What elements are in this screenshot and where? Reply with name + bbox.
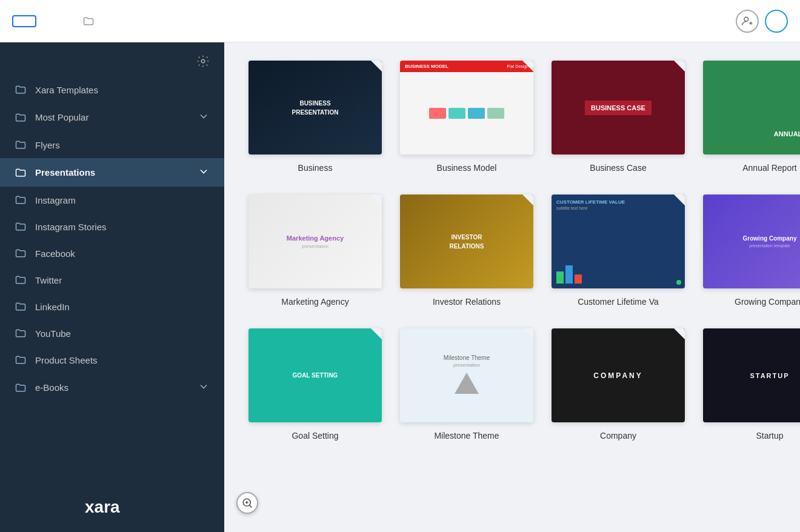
- template-card-business-model[interactable]: BUSINESS MODEL Flat Design Business Mode…: [400, 61, 533, 173]
- xara-logo: xara: [82, 496, 142, 517]
- chevron-down-icon: [198, 165, 210, 179]
- sidebar-item-presentations[interactable]: Presentations: [0, 158, 224, 187]
- template-label: Growing Company: [735, 297, 800, 307]
- template-thumbnail: ▦ ANNUAL REPORT: [703, 61, 800, 155]
- template-thumbnail: GOAL SETTING: [248, 328, 382, 422]
- template-thumbnail: BUSINESS MODEL Flat Design: [400, 61, 533, 155]
- template-card-goal-setting[interactable]: GOAL SETTING Goal Setting: [248, 328, 382, 441]
- sidebar-item-label: Flyers: [35, 140, 60, 150]
- sidebar-items: Xara Templates Most Popular Flyers Prese…: [0, 76, 224, 402]
- main-layout: Xara Templates Most Popular Flyers Prese…: [0, 42, 800, 532]
- templates-grid: BUSINESSPRESENTATION Business BUSINESS M…: [248, 61, 776, 441]
- template-card-marketing-agency[interactable]: Marketing Agency presentation Marketing …: [248, 195, 382, 307]
- tab-templates[interactable]: [12, 15, 36, 27]
- tab-your-files[interactable]: [42, 16, 64, 26]
- sidebar-item-instagram[interactable]: Instagram: [0, 187, 224, 213]
- svg-line-8: [249, 505, 252, 507]
- template-card-investor-relations[interactable]: INVESTORRELATIONS Investor Relations: [400, 195, 533, 307]
- folder-icon: [15, 247, 27, 259]
- sidebar-item-label: Twitter: [35, 275, 62, 285]
- template-card-milestone[interactable]: Milestone Theme presentation Milestone T…: [400, 328, 533, 441]
- zoom-button[interactable]: [236, 492, 258, 514]
- sidebar-item-label: e-Books: [35, 382, 68, 393]
- template-label: Goal Setting: [292, 431, 338, 441]
- sidebar-item-product-sheets[interactable]: Product Sheets: [0, 347, 224, 373]
- template-card-startup[interactable]: STARTUP Startup: [703, 328, 800, 441]
- template-card-customer-lifetime[interactable]: CUSTOMER LIFETIME VALUE subtitle text he…: [552, 195, 685, 307]
- folder-icon: [15, 221, 27, 233]
- svg-point-0: [744, 17, 748, 21]
- breadcrumb: [82, 15, 99, 27]
- sidebar: Xara Templates Most Popular Flyers Prese…: [0, 42, 224, 532]
- template-label: Company: [600, 431, 636, 441]
- template-thumbnail: Growing Company presentation template: [703, 195, 800, 288]
- template-label: Business: [298, 163, 333, 173]
- template-label: Milestone Theme: [434, 431, 499, 441]
- settings-gear-icon[interactable]: [196, 55, 210, 70]
- sidebar-item-label: Xara Templates: [35, 85, 98, 95]
- folder-icon: [15, 354, 27, 366]
- template-card-business-case[interactable]: BUSINESS CASE Business Case: [552, 61, 685, 173]
- sidebar-item-label: Presentations: [35, 167, 95, 178]
- sidebar-item-label: YouTube: [35, 328, 71, 339]
- sidebar-item-facebook[interactable]: Facebook: [0, 240, 224, 267]
- content-area: BUSINESSPRESENTATION Business BUSINESS M…: [224, 42, 800, 532]
- folder-icon: [15, 139, 27, 151]
- sidebar-item-flyers[interactable]: Flyers: [0, 131, 224, 158]
- sidebar-item-linkedin[interactable]: LinkedIn: [0, 293, 224, 320]
- header: [0, 0, 800, 42]
- template-thumbnail: Marketing Agency presentation: [248, 195, 382, 288]
- template-label: Annual Report: [742, 163, 797, 173]
- chevron-down-icon: [198, 110, 210, 124]
- template-card-company[interactable]: COMPANY Company: [552, 328, 685, 441]
- template-card-growing-company[interactable]: Growing Company presentation template Gr…: [703, 195, 800, 307]
- sidebar-item-label: LinkedIn: [35, 302, 70, 312]
- chevron-down-icon: [198, 381, 210, 394]
- sidebar-company: [0, 42, 224, 76]
- folder-icon: [15, 274, 27, 286]
- sidebar-item-twitter[interactable]: Twitter: [0, 267, 224, 293]
- sidebar-item-xara-templates[interactable]: Xara Templates: [0, 76, 224, 103]
- template-thumbnail: CUSTOMER LIFETIME VALUE subtitle text he…: [552, 195, 685, 288]
- template-thumbnail: Milestone Theme presentation: [400, 328, 533, 422]
- template-label: Marketing Agency: [281, 297, 348, 307]
- sidebar-item-label: Facebook: [35, 248, 75, 259]
- sidebar-item-label: Instagram Stories: [35, 222, 107, 232]
- svg-text:xara: xara: [85, 497, 120, 516]
- sidebar-item-label: Product Sheets: [35, 355, 98, 365]
- user-avatar-button[interactable]: [765, 10, 788, 33]
- folder-icon: [15, 194, 27, 206]
- folder-icon: [15, 382, 27, 394]
- template-thumbnail: STARTUP: [703, 328, 800, 422]
- template-label: Business Model: [437, 163, 497, 173]
- folder-icon: [15, 167, 27, 179]
- sidebar-item-most-popular[interactable]: Most Popular: [0, 103, 224, 131]
- sidebar-item-ebooks[interactable]: e-Books: [0, 373, 224, 402]
- template-thumbnail: COMPANY: [552, 328, 685, 422]
- template-thumbnail: BUSINESSPRESENTATION: [248, 61, 382, 155]
- folder-icon: [15, 111, 27, 124]
- template-label: Startup: [756, 431, 783, 441]
- template-thumbnail: INVESTORRELATIONS: [400, 195, 533, 288]
- template-card-annual-report[interactable]: ▦ ANNUAL REPORT Annual Report: [703, 61, 800, 173]
- sidebar-item-label: Instagram: [35, 195, 76, 205]
- sidebar-item-youtube[interactable]: YouTube: [0, 320, 224, 347]
- sidebar-logo: xara: [0, 481, 224, 532]
- folder-icon: [15, 327, 27, 339]
- sidebar-item-instagram-stories[interactable]: Instagram Stories: [0, 213, 224, 240]
- template-thumbnail: BUSINESS CASE: [552, 61, 685, 155]
- add-user-button[interactable]: [736, 10, 759, 33]
- template-label: Business Case: [590, 163, 646, 173]
- template-card-business[interactable]: BUSINESSPRESENTATION Business: [248, 61, 382, 173]
- folder-icon: [82, 15, 95, 27]
- svg-point-3: [201, 59, 205, 63]
- folder-icon: [15, 301, 27, 313]
- sidebar-item-label: Most Popular: [35, 112, 88, 122]
- folder-icon: [15, 84, 27, 96]
- template-label: Investor Relations: [433, 297, 501, 307]
- template-label: Customer Lifetime Va: [578, 297, 659, 307]
- header-actions: [736, 10, 788, 33]
